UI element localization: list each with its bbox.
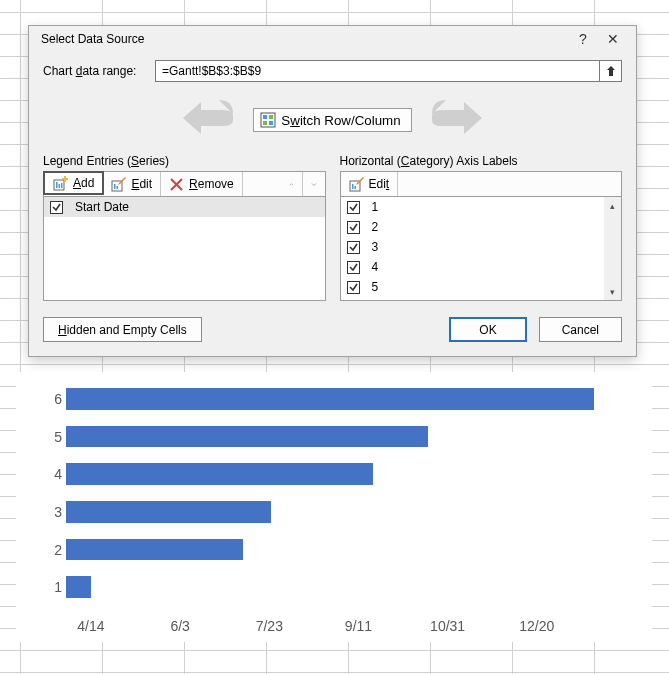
add-series-button[interactable]: Add — [43, 171, 104, 195]
svg-rect-4 — [269, 121, 273, 125]
legend-entries-label: Legend Entries (Series) — [43, 154, 326, 168]
bar — [66, 463, 373, 485]
add-icon — [53, 176, 68, 191]
x-axis-label: 12/20 — [519, 618, 554, 634]
svg-rect-1 — [263, 115, 267, 119]
svg-rect-10 — [114, 184, 116, 189]
bar — [66, 539, 243, 561]
y-axis-label: 4 — [46, 463, 62, 485]
dialog-titlebar: Select Data Source ? ✕ — [29, 26, 636, 52]
list-item[interactable]: 3 — [341, 237, 622, 257]
checkbox[interactable] — [50, 201, 63, 214]
bar-row — [66, 388, 626, 410]
y-axis-label: 6 — [46, 388, 62, 410]
bar-row — [66, 501, 626, 523]
remove-icon — [169, 177, 184, 192]
checkbox[interactable] — [347, 261, 360, 274]
edit-axis-button[interactable]: Edit — [341, 172, 399, 196]
bar-chart[interactable]: 4/146/37/239/1110/3112/20 654321 — [16, 372, 652, 642]
chevron-down-icon — [311, 177, 317, 192]
y-axis-label: 2 — [46, 539, 62, 561]
switch-row-column-button[interactable]: Switch Row/Column — [253, 108, 411, 132]
chevron-up-icon — [289, 177, 294, 192]
move-down-button[interactable] — [303, 172, 325, 196]
axis-toolbar: Edit — [340, 171, 623, 197]
checkbox[interactable] — [347, 221, 360, 234]
ok-button[interactable]: OK — [449, 317, 526, 342]
x-axis-label: 10/31 — [430, 618, 465, 634]
x-axis-label: 6/3 — [170, 618, 189, 634]
list-item-label: 4 — [372, 260, 379, 274]
bar-row — [66, 426, 626, 448]
axis-labels-label: Horizontal (Category) Axis Labels — [340, 154, 623, 168]
svg-rect-6 — [56, 182, 58, 188]
switch-icon — [260, 112, 276, 128]
chart-data-range-row: Chart data range: — [43, 60, 622, 82]
dialog-select-data-source: Select Data Source ? ✕ Chart data range:… — [28, 25, 637, 357]
bar — [66, 426, 428, 448]
svg-rect-3 — [263, 121, 267, 125]
chart-data-range-label: Chart data range: — [43, 64, 155, 78]
scroll-up-icon[interactable]: ▴ — [604, 197, 621, 214]
x-axis-label: 9/11 — [345, 618, 372, 634]
arrow-right-icon — [426, 100, 486, 140]
checkbox[interactable] — [347, 241, 360, 254]
list-item[interactable]: 5 — [341, 277, 622, 297]
svg-rect-8 — [61, 183, 63, 188]
y-axis-label: 1 — [46, 576, 62, 598]
scroll-down-icon[interactable]: ▾ — [604, 283, 621, 300]
bar — [66, 576, 91, 598]
list-item[interactable]: 1 — [341, 197, 622, 217]
remove-series-button[interactable]: Remove — [161, 172, 243, 196]
scrollbar[interactable]: ▴ ▾ — [604, 197, 621, 300]
edit-icon — [349, 177, 364, 192]
svg-rect-11 — [117, 186, 119, 189]
list-item-label: 5 — [372, 280, 379, 294]
checkbox[interactable] — [347, 201, 360, 214]
list-item-label: 2 — [372, 220, 379, 234]
svg-rect-13 — [352, 184, 354, 189]
switch-label: Switch Row/Column — [281, 113, 400, 128]
bar-row — [66, 539, 626, 561]
y-axis-label: 5 — [46, 426, 62, 448]
collapse-range-button[interactable] — [600, 60, 622, 82]
hidden-empty-cells-button[interactable]: Hidden and Empty Cells — [43, 317, 202, 342]
close-button[interactable]: ✕ — [598, 32, 628, 46]
y-axis-label: 3 — [46, 501, 62, 523]
bar — [66, 501, 271, 523]
svg-rect-7 — [59, 184, 61, 188]
x-axis-label: 4/14 — [77, 618, 104, 634]
svg-rect-14 — [354, 186, 356, 189]
legend-toolbar: Add Edit Remove — [43, 171, 326, 197]
list-item-label: Start Date — [75, 200, 129, 214]
arrow-left-icon — [179, 100, 239, 140]
move-up-button[interactable] — [281, 172, 303, 196]
bar — [66, 388, 594, 410]
svg-rect-2 — [269, 115, 273, 119]
help-button[interactable]: ? — [568, 32, 598, 46]
x-axis-label: 7/23 — [256, 618, 283, 634]
legend-series-list[interactable]: Start Date — [43, 197, 326, 301]
legend-entries-pane: Legend Entries (Series) Add Edit Remove — [43, 154, 326, 301]
cancel-button[interactable]: Cancel — [539, 317, 622, 342]
list-item-label: 1 — [372, 200, 379, 214]
chart-data-range-input[interactable] — [155, 60, 600, 82]
bar-row — [66, 463, 626, 485]
list-item[interactable]: 2 — [341, 217, 622, 237]
list-item-label: 3 — [372, 240, 379, 254]
axis-label-list[interactable]: 12345 ▴ ▾ — [340, 197, 623, 301]
list-item[interactable]: 4 — [341, 257, 622, 277]
list-item[interactable]: Start Date — [44, 197, 325, 217]
checkbox[interactable] — [347, 281, 360, 294]
axis-labels-pane: Horizontal (Category) Axis Labels Edit 1… — [340, 154, 623, 301]
edit-icon — [111, 177, 126, 192]
bar-row — [66, 576, 626, 598]
edit-series-button[interactable]: Edit — [103, 172, 161, 196]
dialog-title: Select Data Source — [41, 32, 568, 46]
